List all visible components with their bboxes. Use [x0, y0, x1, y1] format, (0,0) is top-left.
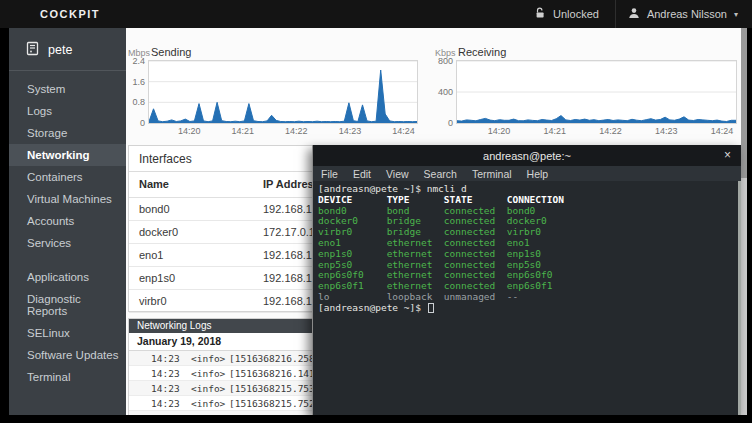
terminal-line-text: [andreasn@pete ~]$ nmcli d [318, 183, 467, 194]
terminal-line-text: [andreasn@pete ~]$ [318, 302, 427, 313]
terminal-line-text: enp5s0 ethernet connected enp5s0 [318, 259, 541, 270]
terminal-menu-terminal[interactable]: Terminal [472, 168, 512, 180]
receiving-chart-title: Receiving [458, 46, 506, 60]
chevron-down-icon: ▾ [734, 10, 738, 19]
terminal-menu-search[interactable]: Search [424, 168, 457, 180]
host-name-label: pete [48, 43, 72, 57]
sidebar: pete SystemLogsStorageNetworkingContaine… [9, 28, 126, 415]
terminal-menu-file[interactable]: File [321, 168, 338, 180]
interface-name: bond0 [139, 203, 170, 215]
y-tick-label: 0.8 [126, 97, 145, 107]
sidebar-item-accounts[interactable]: Accounts [9, 210, 126, 232]
sidebar-divider [9, 70, 126, 71]
x-tick-label: 14:22 [285, 126, 308, 136]
log-time: 14:23 [151, 368, 179, 379]
x-tick-label: 14:22 [599, 126, 622, 136]
close-icon[interactable]: × [724, 148, 731, 162]
x-tick-label: 14:24 [711, 126, 734, 136]
y-tick-label: 1.6 [126, 77, 145, 87]
terminal-scrollbar[interactable] [738, 181, 741, 415]
log-time: 14:23 [151, 353, 179, 364]
terminal-body[interactable]: [andreasn@pete ~]$ nmcli dDEVICE TYPE ST… [313, 181, 741, 415]
interface-name: enp1s0 [139, 272, 175, 284]
terminal-line-text: eno1 ethernet connected eno1 [318, 237, 530, 248]
sidebar-item-storage[interactable]: Storage [9, 122, 126, 144]
sending-chart-title: Sending [151, 46, 191, 60]
sidebar-menu: SystemLogsStorageNetworkingContainersVir… [9, 78, 126, 388]
x-tick-label: 14:21 [231, 126, 254, 136]
sidebar-item-software-updates[interactable]: Software Updates [9, 344, 126, 366]
user-menu-button[interactable]: Andreas Nilsson ▾ [616, 0, 752, 28]
server-icon [26, 41, 40, 59]
masthead-right: Unlocked Andreas Nilsson ▾ [519, 0, 752, 28]
unlocked-padlock-icon [535, 7, 546, 21]
terminal-line-text: enp1s0 ethernet connected enp1s0 [318, 248, 541, 259]
terminal-line-text: docker0 bridge connected docker0 [318, 215, 547, 226]
terminal-line-text: DEVICE TYPE STATE CONNECTION [318, 194, 564, 205]
page-scrollbar-thumb[interactable] [741, 28, 747, 178]
terminal-line-text: enp6s0f0 ethernet connected enp6s0f0 [318, 269, 553, 280]
y-tick-label: 800 [432, 56, 453, 66]
masthead: COCKPIT Unlocked Andreas Nilsson ▾ [0, 0, 752, 28]
sending-chart-plot [148, 60, 418, 124]
log-level: <info> [191, 398, 225, 409]
terminal-menu-edit[interactable]: Edit [353, 168, 371, 180]
log-time: 14:23 [151, 413, 179, 415]
sidebar-item-services[interactable]: Services [9, 232, 126, 254]
log-level: <info> [191, 383, 225, 394]
x-tick-label: 14:23 [339, 126, 362, 136]
sidebar-item-selinux[interactable]: SELinux [9, 322, 126, 344]
terminal-menu-help[interactable]: Help [527, 168, 549, 180]
log-time: 14:23 [151, 383, 179, 394]
interface-name: docker0 [139, 226, 178, 238]
x-tick-label: 14:24 [392, 126, 415, 136]
host-selector[interactable]: pete [9, 28, 126, 70]
sidebar-item-logs[interactable]: Logs [9, 100, 126, 122]
sidebar-item-diagnostic-reports[interactable]: Diagnostic Reports [9, 288, 126, 322]
terminal-line: [andreasn@pete ~]$ [318, 303, 741, 314]
terminal-cursor [428, 303, 434, 313]
y-tick-label: 0 [126, 118, 145, 128]
log-time: 14:23 [151, 398, 179, 409]
cockpit-logo: COCKPIT [40, 8, 100, 20]
x-tick-label: 14:21 [543, 126, 566, 136]
lock-status-button[interactable]: Unlocked [519, 0, 616, 28]
terminal-title: andreasn@pete:~ [313, 150, 741, 162]
terminal-line-text: lo loopback unmanaged -- [318, 291, 518, 302]
column-header-name: Name [139, 178, 169, 190]
page-scrollbar[interactable] [741, 28, 747, 415]
x-tick-label: 14:23 [655, 126, 678, 136]
terminal-line-text: bond0 bond connected bond0 [318, 205, 535, 216]
log-level: <info> [191, 368, 225, 379]
sidebar-item-virtual-machines[interactable]: Virtual Machines [9, 188, 126, 210]
y-tick-label: 0 [432, 118, 453, 128]
sidebar-item-containers[interactable]: Containers [9, 166, 126, 188]
interface-name: eno1 [139, 249, 163, 261]
log-level: <info> [191, 353, 225, 364]
terminal-window: andreasn@pete:~ × FileEditViewSearchTerm… [312, 145, 741, 415]
terminal-titlebar[interactable]: andreasn@pete:~ × [313, 145, 741, 166]
user-name-label: Andreas Nilsson [647, 8, 727, 20]
sidebar-item-applications[interactable]: Applications [9, 266, 126, 288]
terminal-menubar: FileEditViewSearchTerminalHelp [313, 166, 741, 181]
sidebar-item-terminal[interactable]: Terminal [9, 366, 126, 388]
log-level: <info> [191, 413, 225, 415]
x-tick-label: 14:20 [178, 126, 201, 136]
y-tick-label: 2.4 [126, 56, 145, 66]
interface-name: virbr0 [139, 295, 167, 307]
sidebar-item-networking[interactable]: Networking [9, 144, 126, 166]
y-tick-label: 400 [432, 87, 453, 97]
terminal-line-text: virbr0 bridge connected virbr0 [318, 226, 541, 237]
receiving-chart-plot [456, 60, 737, 124]
terminal-line-text: enp6s0f1 ethernet connected enp6s0f1 [318, 280, 553, 291]
x-tick-label: 14:20 [488, 126, 511, 136]
terminal-menu-view[interactable]: View [386, 168, 409, 180]
sidebar-item-system[interactable]: System [9, 78, 126, 100]
lock-status-label: Unlocked [553, 8, 599, 20]
user-icon [628, 7, 640, 21]
